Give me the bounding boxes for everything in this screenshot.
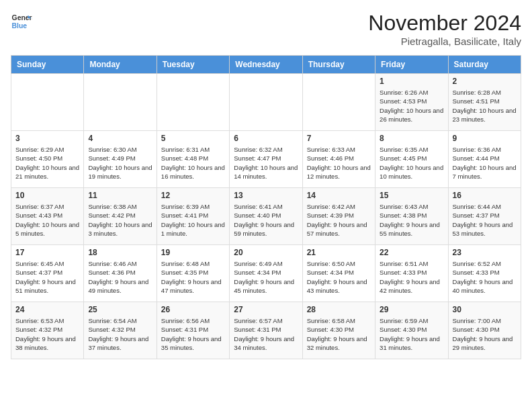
calendar-header-row: SundayMondayTuesdayWednesdayThursdayFrid… — [11, 56, 521, 74]
day-number: 5 — [161, 134, 225, 143]
day-number: 4 — [88, 134, 152, 143]
day-number: 21 — [307, 248, 371, 257]
day-info: Sunrise: 6:59 AM Sunset: 4:30 PM Dayligh… — [380, 316, 443, 352]
calendar-cell: 22Sunrise: 6:51 AM Sunset: 4:33 PM Dayli… — [375, 245, 448, 302]
day-number: 3 — [15, 134, 79, 143]
day-info: Sunrise: 6:29 AM Sunset: 4:50 PM Dayligh… — [15, 145, 79, 181]
calendar-table: SundayMondayTuesdayWednesdayThursdayFrid… — [11, 55, 521, 359]
day-number: 11 — [88, 191, 152, 200]
calendar-cell: 1Sunrise: 6:26 AM Sunset: 4:53 PM Daylig… — [375, 74, 448, 131]
calendar-cell — [11, 74, 84, 131]
calendar-cell: 26Sunrise: 6:56 AM Sunset: 4:31 PM Dayli… — [157, 302, 229, 359]
day-of-week-header: Saturday — [448, 56, 521, 74]
day-number: 8 — [380, 134, 443, 143]
calendar-cell: 7Sunrise: 6:33 AM Sunset: 4:46 PM Daylig… — [302, 131, 375, 188]
day-number: 18 — [88, 248, 152, 257]
day-info: Sunrise: 6:28 AM Sunset: 4:51 PM Dayligh… — [453, 88, 517, 124]
calendar-cell: 24Sunrise: 6:53 AM Sunset: 4:32 PM Dayli… — [11, 302, 84, 359]
day-number: 16 — [453, 191, 517, 200]
day-number: 15 — [380, 191, 443, 200]
day-number: 14 — [307, 191, 371, 200]
day-number: 29 — [380, 305, 443, 314]
day-number: 28 — [307, 305, 371, 314]
day-number: 23 — [453, 248, 517, 257]
day-info: Sunrise: 6:52 AM Sunset: 4:33 PM Dayligh… — [453, 259, 517, 295]
day-info: Sunrise: 7:00 AM Sunset: 4:30 PM Dayligh… — [453, 316, 517, 352]
day-number: 27 — [234, 305, 298, 314]
calendar-cell: 29Sunrise: 6:59 AM Sunset: 4:30 PM Dayli… — [375, 302, 448, 359]
day-number: 2 — [453, 77, 517, 86]
location-subtitle: Pietragalla, Basilicate, Italy — [368, 36, 521, 47]
day-info: Sunrise: 6:32 AM Sunset: 4:47 PM Dayligh… — [234, 145, 298, 181]
logo: General Blue — [11, 11, 32, 32]
calendar-cell: 30Sunrise: 7:00 AM Sunset: 4:30 PM Dayli… — [448, 302, 521, 359]
page-header: General Blue November 2024 Pietragalla, … — [11, 11, 521, 47]
day-info: Sunrise: 6:49 AM Sunset: 4:34 PM Dayligh… — [234, 259, 298, 295]
day-number: 19 — [161, 248, 225, 257]
day-info: Sunrise: 6:30 AM Sunset: 4:49 PM Dayligh… — [88, 145, 152, 181]
day-number: 30 — [453, 305, 517, 314]
day-number: 20 — [234, 248, 298, 257]
calendar-cell: 13Sunrise: 6:41 AM Sunset: 4:40 PM Dayli… — [230, 188, 302, 245]
day-of-week-header: Tuesday — [157, 56, 229, 74]
day-number: 26 — [161, 305, 225, 314]
day-number: 1 — [380, 77, 443, 86]
day-info: Sunrise: 6:26 AM Sunset: 4:53 PM Dayligh… — [380, 88, 443, 124]
day-info: Sunrise: 6:42 AM Sunset: 4:39 PM Dayligh… — [307, 202, 371, 238]
day-of-week-header: Monday — [84, 56, 157, 74]
day-info: Sunrise: 6:53 AM Sunset: 4:32 PM Dayligh… — [15, 316, 79, 352]
month-title: November 2024 — [368, 11, 521, 36]
calendar-cell: 23Sunrise: 6:52 AM Sunset: 4:33 PM Dayli… — [448, 245, 521, 302]
calendar-cell: 14Sunrise: 6:42 AM Sunset: 4:39 PM Dayli… — [302, 188, 375, 245]
calendar-cell: 3Sunrise: 6:29 AM Sunset: 4:50 PM Daylig… — [11, 131, 84, 188]
calendar-cell: 20Sunrise: 6:49 AM Sunset: 4:34 PM Dayli… — [230, 245, 302, 302]
calendar-cell: 25Sunrise: 6:54 AM Sunset: 4:32 PM Dayli… — [84, 302, 157, 359]
calendar-cell: 15Sunrise: 6:43 AM Sunset: 4:38 PM Dayli… — [375, 188, 448, 245]
calendar-cell: 10Sunrise: 6:37 AM Sunset: 4:43 PM Dayli… — [11, 188, 84, 245]
day-number: 6 — [234, 134, 298, 143]
day-number: 9 — [453, 134, 517, 143]
day-info: Sunrise: 6:33 AM Sunset: 4:46 PM Dayligh… — [307, 145, 371, 181]
calendar-week-row: 24Sunrise: 6:53 AM Sunset: 4:32 PM Dayli… — [11, 302, 521, 359]
calendar-week-row: 3Sunrise: 6:29 AM Sunset: 4:50 PM Daylig… — [11, 131, 521, 188]
day-info: Sunrise: 6:51 AM Sunset: 4:33 PM Dayligh… — [380, 259, 443, 295]
calendar-week-row: 1Sunrise: 6:26 AM Sunset: 4:53 PM Daylig… — [11, 74, 521, 131]
calendar-cell: 18Sunrise: 6:46 AM Sunset: 4:36 PM Dayli… — [84, 245, 157, 302]
day-info: Sunrise: 6:43 AM Sunset: 4:38 PM Dayligh… — [380, 202, 443, 238]
calendar-week-row: 17Sunrise: 6:45 AM Sunset: 4:37 PM Dayli… — [11, 245, 521, 302]
day-of-week-header: Thursday — [302, 56, 375, 74]
calendar-cell — [302, 74, 375, 131]
day-info: Sunrise: 6:58 AM Sunset: 4:30 PM Dayligh… — [307, 316, 371, 352]
day-number: 17 — [15, 248, 79, 257]
calendar-cell: 6Sunrise: 6:32 AM Sunset: 4:47 PM Daylig… — [230, 131, 302, 188]
day-info: Sunrise: 6:50 AM Sunset: 4:34 PM Dayligh… — [307, 259, 371, 295]
day-info: Sunrise: 6:48 AM Sunset: 4:35 PM Dayligh… — [161, 259, 225, 295]
calendar-cell: 5Sunrise: 6:31 AM Sunset: 4:48 PM Daylig… — [157, 131, 229, 188]
day-number: 22 — [380, 248, 443, 257]
calendar-cell: 4Sunrise: 6:30 AM Sunset: 4:49 PM Daylig… — [84, 131, 157, 188]
calendar-cell: 16Sunrise: 6:44 AM Sunset: 4:37 PM Dayli… — [448, 188, 521, 245]
calendar-cell: 9Sunrise: 6:36 AM Sunset: 4:44 PM Daylig… — [448, 131, 521, 188]
day-info: Sunrise: 6:39 AM Sunset: 4:41 PM Dayligh… — [161, 202, 225, 238]
day-number: 25 — [88, 305, 152, 314]
calendar-cell — [230, 74, 302, 131]
day-info: Sunrise: 6:41 AM Sunset: 4:40 PM Dayligh… — [234, 202, 298, 238]
calendar-cell: 17Sunrise: 6:45 AM Sunset: 4:37 PM Dayli… — [11, 245, 84, 302]
day-of-week-header: Wednesday — [230, 56, 302, 74]
day-info: Sunrise: 6:45 AM Sunset: 4:37 PM Dayligh… — [15, 259, 79, 295]
day-info: Sunrise: 6:31 AM Sunset: 4:48 PM Dayligh… — [161, 145, 225, 181]
calendar-week-row: 10Sunrise: 6:37 AM Sunset: 4:43 PM Dayli… — [11, 188, 521, 245]
calendar-cell — [157, 74, 229, 131]
logo-icon: General Blue — [11, 11, 32, 32]
calendar-cell: 8Sunrise: 6:35 AM Sunset: 4:45 PM Daylig… — [375, 131, 448, 188]
calendar-cell — [84, 74, 157, 131]
day-info: Sunrise: 6:35 AM Sunset: 4:45 PM Dayligh… — [380, 145, 443, 181]
day-number: 24 — [15, 305, 79, 314]
title-block: November 2024 Pietragalla, Basilicate, I… — [368, 11, 521, 47]
calendar-cell: 12Sunrise: 6:39 AM Sunset: 4:41 PM Dayli… — [157, 188, 229, 245]
day-info: Sunrise: 6:36 AM Sunset: 4:44 PM Dayligh… — [453, 145, 517, 181]
day-info: Sunrise: 6:44 AM Sunset: 4:37 PM Dayligh… — [453, 202, 517, 238]
day-of-week-header: Friday — [375, 56, 448, 74]
day-number: 12 — [161, 191, 225, 200]
day-info: Sunrise: 6:57 AM Sunset: 4:31 PM Dayligh… — [234, 316, 298, 352]
